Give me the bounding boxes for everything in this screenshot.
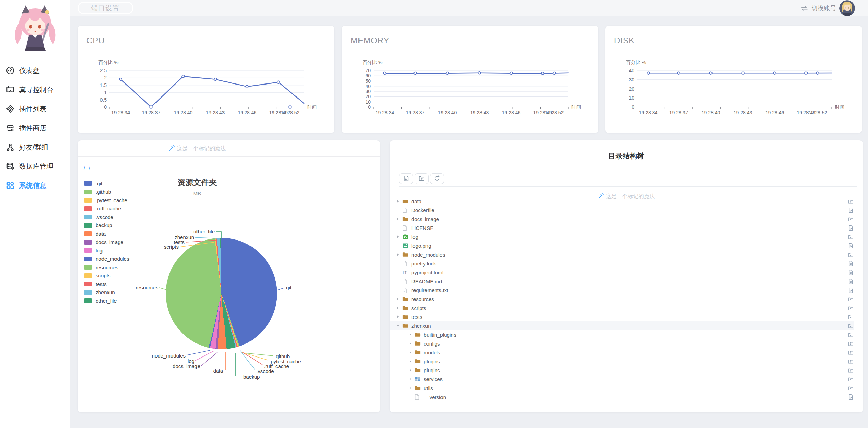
tree-row[interactable]: models [390,348,854,357]
tree-row[interactable]: utils [390,384,854,392]
caret-collapsed-icon[interactable] [396,306,402,310]
tree-row[interactable]: data [390,200,854,206]
new-folder-button[interactable] [415,173,429,184]
sidebar-item-label: 好友/群组 [19,143,49,152]
tree-row[interactable]: services [390,375,854,384]
sidebar-item-plugin-store[interactable]: 插件商店 [0,118,70,138]
folder-download-icon[interactable] [847,296,854,302]
tree-row[interactable]: plugins_ [390,366,854,375]
legend-item[interactable]: other_file [84,297,129,305]
sidebar-item-dashboard[interactable]: 仪表盘 [0,61,70,80]
folder-download-icon[interactable] [847,251,854,258]
caret-collapsed-icon[interactable] [409,333,414,336]
legend-item[interactable]: backup [84,221,129,230]
caret-collapsed-icon[interactable] [409,342,414,345]
disk-line-chart[interactable]: 01020304019:28:3419:28:3719:28:4019:28:4… [605,26,862,133]
refresh-button[interactable] [430,173,444,184]
legend-item[interactable]: data [84,230,129,238]
breadcrumb-segment[interactable]: / [89,165,90,171]
folder-download-icon[interactable] [847,376,854,382]
folder-download-icon[interactable] [847,332,854,338]
tree-row[interactable]: README.md [390,277,854,286]
caret-collapsed-icon[interactable] [396,315,402,319]
tree-row[interactable]: logo.png [390,241,854,250]
breadcrumb-segment[interactable]: / [84,165,85,171]
tree-row[interactable]: log [390,232,854,241]
tree-row[interactable]: configs [390,339,854,348]
file-download-icon[interactable] [847,207,854,213]
caret-collapsed-icon[interactable] [409,360,414,363]
caret-collapsed-icon[interactable] [409,368,414,372]
user-avatar[interactable] [839,0,855,16]
legend-swatch [84,265,92,270]
folder-download-icon[interactable] [847,216,854,222]
folder-download-icon[interactable] [847,358,854,365]
sidebar-item-system-info[interactable]: 系统信息 [0,176,70,195]
file-download-icon[interactable] [847,243,854,249]
caret-collapsed-icon[interactable] [396,200,402,203]
legend-label: zhenxun [96,289,115,295]
folder-download-icon[interactable] [847,367,854,374]
cpu-line-chart[interactable]: 00.511.522.519:28:3419:28:3719:28:4019:2… [78,26,334,133]
tree-row[interactable]: poetry.lock [390,259,854,268]
file-download-icon[interactable] [847,287,854,294]
tree-row[interactable]: node_modules [390,250,854,259]
legend-item[interactable]: resources [84,263,129,272]
legend-item[interactable]: log [84,246,129,255]
sidebar-item-plugin-list[interactable]: 插件列表 [0,99,70,118]
tree-row[interactable]: requirements.txt [390,286,854,295]
folder-download-icon[interactable] [847,340,854,347]
sidebar-item-label: 插件商店 [19,124,46,133]
file-download-icon[interactable] [847,260,854,267]
caret-collapsed-icon[interactable] [409,386,414,390]
tree-row[interactable]: __version__ [390,392,854,401]
folder-download-icon[interactable] [847,234,854,240]
caret-expanded-icon[interactable] [396,324,402,327]
folder-download-icon[interactable] [847,305,854,311]
sidebar-item-console[interactable]: 真寻控制台 [0,80,70,99]
tree-row[interactable]: resources [390,295,854,303]
legend-item[interactable]: node_modules [84,255,129,263]
resource-pie-chart[interactable] [166,238,277,349]
tree-row[interactable]: docs_image [390,215,854,223]
tree-row[interactable]: plugins [390,357,854,366]
caret-collapsed-icon[interactable] [396,235,402,238]
legend-item[interactable]: .git [84,179,129,188]
file-download-icon[interactable] [847,269,854,276]
caret-collapsed-icon[interactable] [409,377,414,381]
caret-collapsed-icon[interactable] [409,351,414,354]
port-settings-button[interactable]: 端口设置 [78,2,133,14]
caret-collapsed-icon[interactable] [396,253,402,256]
folder-download-icon[interactable] [847,323,854,329]
legend-item[interactable]: tests [84,280,129,288]
memory-line-chart[interactable]: 01020304050607019:28:3419:28:3719:28:401… [342,26,598,133]
folder-download-icon[interactable] [847,349,854,356]
caret-collapsed-icon[interactable] [396,297,402,301]
caret-collapsed-icon[interactable] [396,217,402,221]
legend-item[interactable]: docs_image [84,238,129,247]
file-download-icon[interactable] [847,394,854,400]
tree-row[interactable]: tests [390,312,854,321]
folder-download-icon[interactable] [847,385,854,391]
legend-item[interactable]: .pytest_cache [84,196,129,205]
file-download-icon[interactable] [847,225,854,231]
legend-item[interactable]: zhenxun [84,288,129,297]
file-download-icon[interactable] [847,278,854,285]
legend-item[interactable]: .ruff_cache [84,205,129,213]
breadcrumb[interactable]: // [84,165,90,171]
sidebar-item-database[interactable]: 数据库管理 [0,157,70,176]
legend-item[interactable]: .vscode [84,213,129,221]
tree-row[interactable]: [T]pyproject.toml [390,268,854,277]
folder-download-icon[interactable] [847,200,854,205]
legend-item[interactable]: .github [84,188,129,196]
tree-row[interactable]: builtin_plugins [390,330,854,339]
folder-download-icon[interactable] [847,314,854,320]
sidebar-item-friends-groups[interactable]: 好友/群组 [0,138,70,157]
new-file-button[interactable] [399,173,413,184]
switch-account-label[interactable]: 切换账号 [812,4,836,12]
tree-row[interactable]: Dockerfile [390,206,854,215]
tree-row[interactable]: LICENSE [390,223,854,232]
tree-row[interactable]: zhenxun [390,321,854,330]
tree-row[interactable]: scripts [390,303,854,312]
legend-item[interactable]: scripts [84,272,129,280]
